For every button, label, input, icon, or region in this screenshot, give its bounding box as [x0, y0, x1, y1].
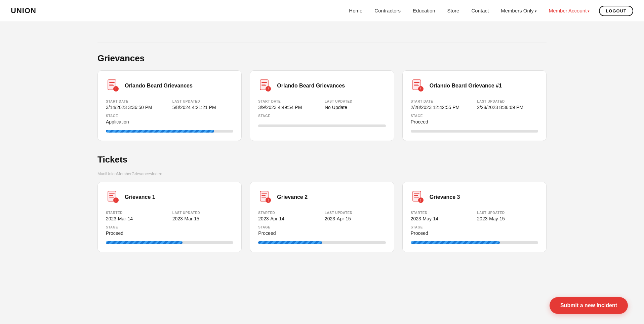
card-header: ! Grievance 3: [411, 190, 538, 204]
start-date-label: START DATE: [106, 100, 167, 103]
progress-bar-fill: [106, 130, 214, 133]
stage-label: STAGE: [106, 225, 233, 229]
card-header: ! Orlando Beard Grievance #1: [411, 79, 538, 93]
svg-rect-13: [414, 82, 419, 83]
nav-link-contractors[interactable]: Contractors: [374, 8, 401, 13]
svg-rect-2: [109, 84, 113, 84]
svg-rect-33: [414, 197, 419, 197]
svg-rect-31: [414, 193, 419, 194]
logout-button[interactable]: LOGOUT: [599, 6, 633, 16]
start-date-label: STARTED: [106, 211, 167, 215]
last-updated-value: 2023-May-15: [477, 216, 538, 221]
submit-button-container: Submit a new Incident: [550, 297, 628, 314]
last-updated-group: LAST UPDATED 2/28/2023 8:36:09 PM: [477, 100, 538, 110]
card-meta: START DATE 2/28/2023 12:42:55 PM LAST UP…: [411, 100, 538, 124]
nav-link-contact[interactable]: Contact: [471, 8, 489, 13]
tickets-section-title: Tickets: [97, 154, 547, 165]
last-updated-label: LAST UPDATED: [477, 100, 538, 103]
svg-text:!: !: [420, 87, 421, 91]
card-meta: STARTED 2023-Mar-14 LAST UPDATED 2023-Ma…: [106, 211, 233, 236]
progress-bar-fill: [258, 241, 322, 244]
svg-rect-25: [261, 193, 267, 194]
start-date-label: STARTED: [258, 211, 319, 215]
card-header: ! Grievance 2: [258, 190, 386, 204]
tickets-cards-grid: ! Grievance 1 STARTED 2023-Mar-14 LAST U…: [97, 182, 547, 252]
start-date-group: START DATE 2/28/2023 12:42:55 PM: [411, 100, 472, 110]
progress-bar-wrap: [106, 241, 233, 244]
document-icon: !: [106, 79, 120, 93]
progress-bar-fill: [106, 241, 183, 244]
stage-group: STAGE Proceed: [411, 114, 538, 124]
stage-value: Application: [106, 119, 233, 124]
stage-group: STAGE Proceed: [411, 225, 538, 236]
nav-link-member-account[interactable]: Member Account: [549, 8, 590, 13]
svg-rect-8: [261, 84, 266, 84]
stage-value: Proceed: [258, 230, 386, 236]
stage-label: STAGE: [258, 114, 386, 118]
ticket-card-3[interactable]: ! Grievance 3 STARTED 2023-May-14 LAST U…: [402, 182, 547, 252]
svg-text:!: !: [115, 199, 116, 202]
start-date-label: START DATE: [258, 100, 319, 103]
start-date-value: 3/9/2023 4:49:54 PM: [258, 105, 319, 110]
svg-rect-14: [414, 84, 418, 84]
document-icon: !: [106, 190, 120, 204]
svg-rect-26: [261, 195, 266, 196]
stage-group: STAGE Application: [106, 114, 233, 124]
svg-rect-15: [414, 85, 419, 86]
card-meta: START DATE 3/9/2023 4:49:54 PM LAST UPDA…: [258, 100, 386, 119]
start-date-group: START DATE 3/9/2023 4:49:54 PM: [258, 100, 319, 110]
ticket-card-2[interactable]: ! Grievance 2 STARTED 2023-Apr-14 LAST U…: [250, 182, 394, 252]
card-meta: STARTED 2023-May-14 LAST UPDATED 2023-Ma…: [411, 211, 538, 236]
card-header: ! Grievance 1: [106, 190, 233, 204]
document-icon: !: [258, 190, 272, 204]
grievance-card-2[interactable]: ! Orlando Beard Grievances START DATE 3/…: [250, 70, 394, 141]
grievance-card-3[interactable]: ! Orlando Beard Grievance #1 START DATE …: [402, 70, 547, 141]
last-updated-group: LAST UPDATED 2023-Apr-15: [325, 211, 386, 221]
start-date-group: STARTED 2023-Apr-14: [258, 211, 319, 221]
card-title: Orlando Beard Grievances: [125, 83, 193, 89]
svg-rect-32: [414, 195, 418, 196]
card-meta: START DATE 3/14/2023 3:36:50 PM LAST UPD…: [106, 100, 233, 124]
stage-label: STAGE: [411, 114, 538, 118]
stage-value: Proceed: [106, 230, 233, 236]
progress-bar-fill: [411, 241, 500, 244]
svg-rect-1: [109, 82, 115, 83]
svg-rect-21: [109, 197, 114, 197]
start-date-value: 2023-Apr-14: [258, 216, 319, 221]
start-date-label: START DATE: [411, 100, 472, 103]
submit-incident-button[interactable]: Submit a new Incident: [550, 297, 628, 314]
progress-bar-wrap: [258, 124, 386, 127]
svg-rect-20: [109, 195, 113, 196]
document-icon: !: [411, 190, 425, 204]
last-updated-group: LAST UPDATED 2023-Mar-15: [172, 211, 234, 221]
stage-group: STAGE Proceed: [258, 225, 386, 236]
last-updated-group: LAST UPDATED 2023-May-15: [477, 211, 538, 221]
nav-link-home[interactable]: Home: [349, 8, 362, 13]
ticket-card-1[interactable]: ! Grievance 1 STARTED 2023-Mar-14 LAST U…: [97, 182, 242, 252]
document-icon: !: [411, 79, 425, 93]
site-logo: UNION: [11, 6, 36, 15]
navbar: UNION HomeContractorsEducationStoreConta…: [0, 0, 644, 22]
card-meta: STARTED 2023-Apr-14 LAST UPDATED 2023-Ap…: [258, 211, 386, 236]
svg-rect-19: [109, 193, 115, 194]
card-header: ! Orlando Beard Grievances: [258, 79, 386, 93]
main-content: Grievances ! Orlando Beard Grievances ST…: [87, 22, 557, 306]
nav-link-store[interactable]: Store: [447, 8, 459, 13]
last-updated-value: 2023-Apr-15: [325, 216, 386, 221]
start-date-group: START DATE 3/14/2023 3:36:50 PM: [106, 100, 167, 110]
grievance-card-1[interactable]: ! Orlando Beard Grievances START DATE 3/…: [97, 70, 242, 141]
section-divider: [97, 42, 547, 42]
card-title: Orlando Beard Grievance #1: [430, 83, 502, 89]
svg-text:!: !: [268, 199, 269, 202]
svg-rect-9: [261, 85, 266, 86]
nav-link-education[interactable]: Education: [413, 8, 435, 13]
progress-bar-wrap: [258, 241, 386, 244]
svg-text:!: !: [115, 87, 116, 91]
start-date-value: 2/28/2023 12:42:55 PM: [411, 105, 472, 110]
stage-value: Proceed: [411, 119, 538, 124]
start-date-group: STARTED 2023-Mar-14: [106, 211, 167, 221]
last-updated-group: LAST UPDATED 5/8/2024 4:21:21 PM: [172, 100, 234, 110]
nav-link-members-only[interactable]: Members Only: [501, 8, 537, 13]
grievances-section-title: Grievances: [97, 53, 547, 64]
last-updated-value: 2023-Mar-15: [172, 216, 234, 221]
